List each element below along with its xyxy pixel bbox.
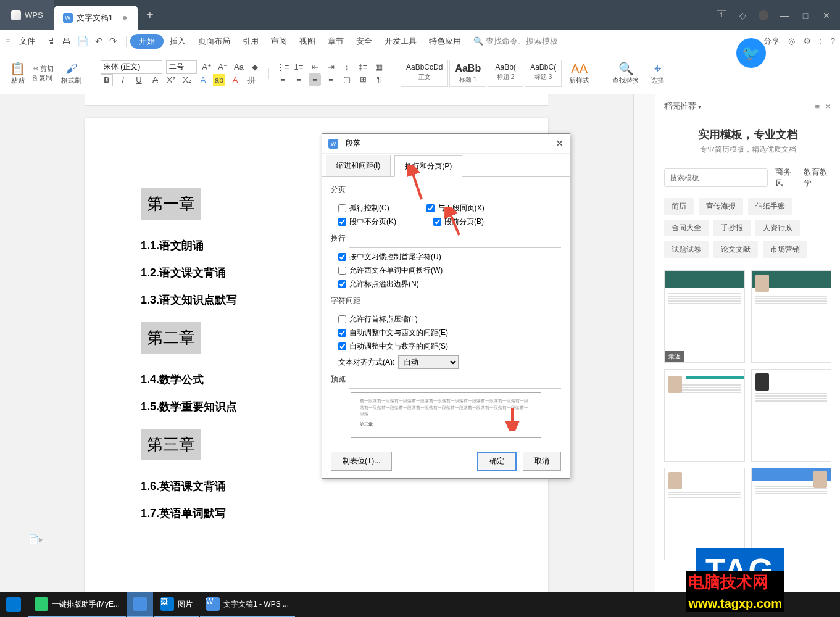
help-button[interactable]: ? <box>831 36 835 46</box>
font-name-select[interactable] <box>101 60 162 74</box>
template-5[interactable] <box>664 468 745 560</box>
sidebar-tab-business[interactable]: 商务风 <box>775 167 796 189</box>
font-size-select[interactable] <box>166 60 197 74</box>
clear-format-icon[interactable]: ◆ <box>249 61 261 73</box>
line-spacing-button[interactable]: ‡≡ <box>357 61 369 73</box>
save-icon[interactable]: 🖫 <box>46 36 56 47</box>
paragraph-button[interactable]: ¶ <box>373 73 385 86</box>
sidebar-tab-education[interactable]: 教育教学 <box>804 167 831 189</box>
taskbar-app4[interactable]: W文字文稿1 - WPS ... <box>200 592 295 617</box>
ruler[interactable] <box>85 94 548 106</box>
taskbar-app2[interactable] <box>127 592 153 617</box>
new-tab-button[interactable]: + <box>138 3 162 28</box>
tabstops-button[interactable]: 制表位(T)... <box>331 452 392 471</box>
file-menu[interactable]: 文件 <box>13 36 41 47</box>
style-heading3[interactable]: AaBbC(标题 3 <box>525 60 562 87</box>
collab-icon[interactable]: ◎ <box>788 36 795 46</box>
tab-view[interactable]: 视图 <box>293 36 322 47</box>
tag-hr[interactable]: 人资行政 <box>755 220 800 236</box>
wps-home-tab[interactable]: WPS <box>0 0 54 30</box>
checkbox-latin[interactable]: 允许西文在单词中间换行(W) <box>338 265 443 276</box>
underline-button[interactable]: U <box>133 74 145 86</box>
checkbox-keepnext[interactable]: 与下段同页(X) <box>426 203 484 213</box>
checkbox-overflow[interactable]: 允许标点溢出边界(N) <box>338 279 419 289</box>
change-case-icon[interactable]: Aa <box>233 61 245 73</box>
tag-letter[interactable]: 信纸手账 <box>748 198 792 215</box>
bullets-button[interactable]: ⋮≡ <box>277 61 289 73</box>
tab-layout[interactable]: 页面布局 <box>192 36 236 47</box>
settings-icon[interactable]: ⚙ <box>804 36 811 46</box>
checkbox-orphan[interactable]: 孤行控制(C) <box>338 203 389 213</box>
tag-resume[interactable]: 简历 <box>664 198 694 215</box>
tag-poster[interactable]: 宣传海报 <box>699 198 743 215</box>
select-button[interactable]: ⌖选择 <box>647 60 668 86</box>
template-1[interactable]: 最近 <box>664 270 745 363</box>
cancel-button[interactable]: 取消 <box>523 452 561 471</box>
dialog-tab-indent[interactable]: 缩进和间距(I) <box>326 155 391 176</box>
tab-start[interactable]: 开始 <box>130 34 164 49</box>
checkbox-cjk[interactable]: 按中文习惯控制首尾字符(U) <box>338 252 441 262</box>
align-select[interactable]: 自动 <box>398 355 459 369</box>
tab-chapter[interactable]: 章节 <box>322 36 350 47</box>
copy-button[interactable]: ⎘ 复制 <box>33 73 54 83</box>
subscript-button[interactable]: X₂ <box>181 74 193 86</box>
right-toolbar[interactable] <box>634 94 655 617</box>
sidebar-menu-icon[interactable]: ≡ <box>815 102 820 111</box>
tag-exam[interactable]: 试题试卷 <box>664 241 709 258</box>
borders-button[interactable]: ▢ <box>341 73 353 86</box>
tab-security[interactable]: 安全 <box>350 36 378 47</box>
checkbox-keeplines[interactable]: 段中不分页(K) <box>338 217 396 227</box>
template-search[interactable] <box>664 168 768 187</box>
template-4[interactable] <box>751 369 832 462</box>
template-search-input[interactable] <box>665 173 767 182</box>
style-normal[interactable]: AaBbCcDd正文 <box>401 60 448 87</box>
skin-icon[interactable]: ◇ <box>738 10 747 20</box>
badge-icon[interactable]: 1 <box>717 10 726 20</box>
tab-insert[interactable]: 插入 <box>164 36 192 47</box>
tag-thesis[interactable]: 论文文献 <box>713 241 758 258</box>
align-justify-button[interactable]: ≡ <box>309 73 321 86</box>
bold-button[interactable]: B <box>101 74 113 86</box>
minimize-button[interactable]: — <box>780 10 789 20</box>
tabs-button[interactable]: ⊞ <box>357 73 369 86</box>
hamburger-icon[interactable]: ≡ <box>5 36 10 47</box>
tab-references[interactable]: 引用 <box>236 36 265 47</box>
sort-button[interactable]: ↕ <box>341 61 353 73</box>
increase-font-icon[interactable]: A⁺ <box>201 61 213 73</box>
ok-button[interactable]: 确定 <box>477 452 517 471</box>
numbering-button[interactable]: 1≡ <box>293 61 305 73</box>
search-commands[interactable]: 🔍 查找命令、搜索模板 <box>467 36 564 47</box>
template-2[interactable] <box>751 270 832 363</box>
align-distribute-button[interactable]: ≡ <box>325 73 337 86</box>
taskbar-app3[interactable]: 🖼图片 <box>154 592 199 617</box>
tab-special[interactable]: 特色应用 <box>423 36 467 47</box>
dialog-tab-pagination[interactable]: 换行和分页(P) <box>394 155 462 177</box>
format-painter-button[interactable]: 🖌格式刷 <box>57 60 85 86</box>
tag-handcopy[interactable]: 手抄报 <box>713 220 751 236</box>
shading-button[interactable]: ▦ <box>373 61 385 73</box>
taskbar-app1[interactable]: 一键排版助手(MyE... <box>28 592 126 617</box>
user-icon[interactable] <box>759 10 768 20</box>
maximize-button[interactable]: □ <box>800 10 810 20</box>
document-tab[interactable]: W 文字文稿1 <box>54 6 138 30</box>
superscript-button[interactable]: X² <box>165 74 177 86</box>
text-effects-button[interactable]: A <box>197 74 209 86</box>
dialog-close-button[interactable]: ✕ <box>555 138 563 149</box>
share-button[interactable]: 分享 <box>763 36 780 47</box>
cut-button[interactable]: ✂ 剪切 <box>33 64 54 73</box>
undo-icon[interactable]: ↶ <box>95 36 103 47</box>
strikethrough-button[interactable]: A̶ <box>149 74 161 86</box>
template-6[interactable] <box>751 468 832 560</box>
increase-indent-button[interactable]: ⇥ <box>325 61 337 73</box>
preview-icon[interactable]: 📄 <box>77 36 89 47</box>
find-replace-button[interactable]: 🔍查找替换 <box>609 60 643 86</box>
paste-button[interactable]: 📋粘贴 <box>6 60 29 86</box>
decrease-indent-button[interactable]: ⇤ <box>309 61 321 73</box>
template-3[interactable] <box>664 369 745 462</box>
new-style-button[interactable]: AA新样式 <box>565 60 593 86</box>
style-heading1[interactable]: AaBb标题 1 <box>449 60 486 87</box>
phonetic-button[interactable]: 拼 <box>245 74 257 86</box>
taskbar-start[interactable] <box>0 592 27 617</box>
xunjie-bird-icon[interactable]: 🐦 <box>736 38 766 68</box>
tag-marketing[interactable]: 市场营销 <box>763 241 807 258</box>
